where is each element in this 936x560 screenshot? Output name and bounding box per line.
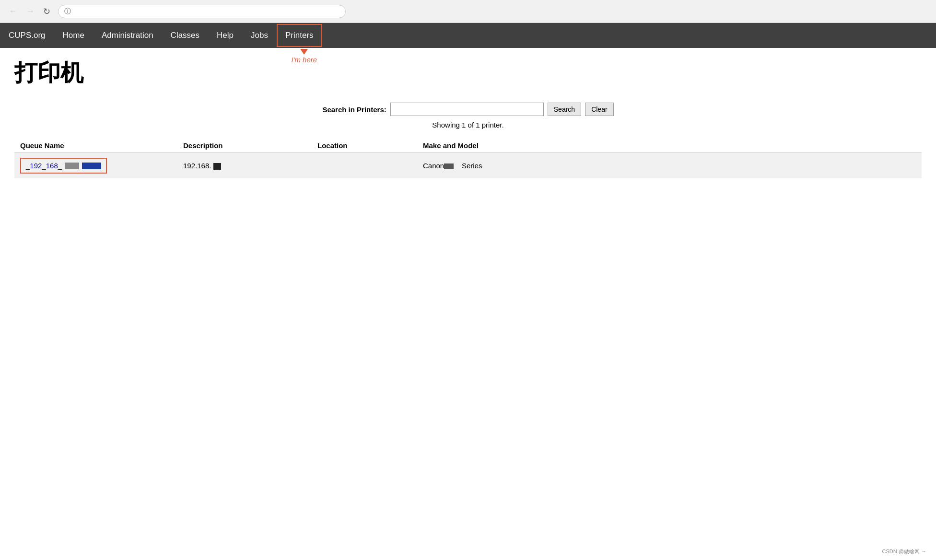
info-icon: ⓘ [64,7,71,16]
col-queue-name: Queue Name [14,139,177,153]
nav-item-help[interactable]: Help [208,24,242,47]
cell-make-model: Canon Series [417,153,922,179]
forward-button[interactable]: → [23,5,37,17]
back-button[interactable]: ← [6,5,20,17]
nav-item-administration[interactable]: Administration [93,24,162,47]
annotation-text: I'm here [291,56,317,64]
table-row: _192_168_ 192.168. Canon Series [14,153,922,179]
page-title: 打印机 [14,58,922,88]
redacted-1 [65,163,79,169]
nav-item-printers[interactable]: Printers [277,24,322,47]
footer-text: CSDN @做啥网 → [882,548,926,554]
browser-chrome: ← → ↻ ⓘ localhost:631/printers/ [0,0,936,23]
search-row: Search in Printers: Search Clear [322,103,613,116]
cell-location [312,153,417,179]
reload-button[interactable]: ↻ [40,5,53,18]
nav-item-cups[interactable]: CUPS.org [0,24,54,47]
page-content: 打印机 Search in Printers: Search Clear Sho… [0,48,936,188]
col-make-model: Make and Model [417,139,922,153]
showing-text: Showing 1 of 1 printer. [432,121,503,129]
url-input[interactable]: localhost:631/printers/ [75,8,339,15]
nav-item-home[interactable]: Home [54,24,93,47]
navigation-bar: CUPS.org Home Administration Classes Hel… [0,23,936,48]
redacted-3 [213,163,221,170]
cell-queue-name: _192_168_ [14,153,177,179]
annotation-arrow [300,49,308,55]
nav-item-classes[interactable]: Classes [162,24,208,47]
search-button[interactable]: Search [548,103,581,116]
search-input[interactable] [390,103,544,116]
redacted-2 [82,163,101,169]
table-header: Queue Name Description Location Make and… [14,139,922,153]
col-description: Description [177,139,312,153]
col-location: Location [312,139,417,153]
printer-name-cell: _192_168_ [20,158,107,174]
address-bar[interactable]: ⓘ localhost:631/printers/ [58,5,346,18]
nav-item-jobs[interactable]: Jobs [242,24,277,47]
browser-nav-buttons: ← → ↻ [6,5,53,18]
cell-description: 192.168. [177,153,312,179]
footer: CSDN @做啥网 → [882,548,926,555]
clear-button[interactable]: Clear [585,103,613,116]
table-body: _192_168_ 192.168. Canon Series [14,153,922,179]
printer-name-link[interactable]: _192_168_ [26,162,62,170]
search-section: Search in Printers: Search Clear Showing… [14,103,922,129]
printers-table: Queue Name Description Location Make and… [14,139,922,178]
redacted-4 [444,163,454,169]
search-label: Search in Printers: [322,105,386,114]
